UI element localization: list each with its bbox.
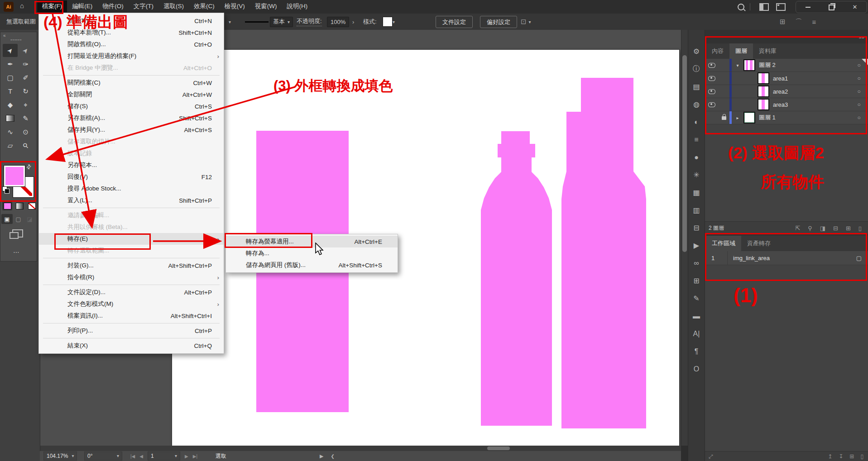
artboard-icon[interactable]: ▢ — [856, 255, 862, 261]
expand-icon[interactable]: ▾ — [732, 63, 743, 68]
selection-tool[interactable]: ➤ — [3, 44, 18, 57]
打開最近使用過的檔案(F)[interactable]: 打開最近使用過的檔案(F) › — [39, 50, 224, 62]
共用以供審核 (Beta)...[interactable]: 共用以供審核 (Beta)... › — [39, 221, 224, 233]
target-circle-icon[interactable]: ○ — [850, 88, 868, 95]
target-circle-icon[interactable]: ○ — [850, 62, 868, 68]
next-artboard-button[interactable]: ▶ — [185, 454, 188, 459]
shape-builder-tool[interactable]: ⊙ — [18, 125, 33, 138]
layer-thumbnail[interactable] — [758, 72, 769, 84]
圖層[interactable]: 圖層 — [729, 43, 753, 59]
selection-options-icon[interactable]: ⊡ — [521, 18, 527, 26]
搜尋 Adobe Stock...[interactable]: 搜尋 Adobe Stock... › — [39, 183, 224, 195]
control-panel-menu-icon[interactable]: ≡ — [812, 18, 816, 26]
轉存選取範圍...[interactable]: 轉存選取範圍... › — [39, 245, 224, 257]
另存新檔(A)...[interactable]: 另存新檔(A)... Shift+Ctrl+S › — [39, 112, 224, 124]
rotate-tool[interactable]: ↻ — [18, 85, 33, 98]
horizontal-scrollbar[interactable] — [40, 446, 681, 451]
close-button[interactable]: ✕ — [843, 1, 867, 13]
draw-normal-icon[interactable]: ▣ — [1, 214, 13, 224]
在 Bridge 中瀏覽...[interactable]: 在 Bridge 中瀏覽... Alt+Ctrl+O › — [39, 62, 224, 74]
document-info-icon[interactable]: ▤ — [688, 78, 705, 95]
關閉檔案(C)[interactable]: 關閉檔案(C) Ctrl+W › — [39, 77, 224, 89]
delete-layer-icon[interactable]: ▯ — [858, 225, 862, 232]
snap-options-icon[interactable]: ⌒ — [796, 18, 802, 26]
儲存選取的切片...[interactable]: 儲存選取的切片... › — [39, 136, 224, 147]
eraser-tool[interactable]: ◆ — [3, 98, 18, 111]
graph-icon[interactable]: ▥ — [688, 201, 705, 219]
magenta-bottle-shape-right[interactable] — [561, 78, 646, 428]
文字(T)[interactable]: 文字(T) — [129, 0, 158, 12]
圖層 1[interactable]: ▸ 圖層 1 ○ — [705, 111, 868, 124]
opacity-label[interactable]: 不透明度: — [297, 17, 322, 26]
document-setup-button[interactable]: 文件設定 — [436, 16, 473, 28]
move-up-icon[interactable]: ↥ — [828, 453, 832, 460]
minimize-button[interactable] — [796, 1, 820, 13]
target-circle-icon[interactable]: ○ — [850, 114, 868, 121]
檔案資訊(I)...[interactable]: 檔案資訊(I)... Alt+Shift+Ctrl+I › — [39, 310, 224, 322]
從範本新增(T)...[interactable]: 從範本新增(T)... Shift+Ctrl+N › — [39, 27, 224, 38]
物件(O)[interactable]: 物件(O) — [97, 0, 129, 12]
編輯(E)[interactable]: 編輯(E) — [67, 0, 97, 12]
資產轉存[interactable]: 資產轉存 — [741, 236, 777, 251]
collect-for-export-icon[interactable]: ⇱ — [795, 225, 800, 232]
轉存(E)[interactable]: 轉存(E) › — [39, 233, 224, 245]
asset-export-icon[interactable]: ⊞ — [688, 272, 705, 290]
swatches-icon[interactable]: ● — [688, 148, 705, 166]
說明(H)[interactable]: 說明(H) — [282, 0, 312, 12]
layer-thumbnail[interactable] — [743, 59, 755, 71]
gear-icon[interactable]: ⚙ — [688, 43, 705, 60]
home-icon[interactable]: ⌂ — [20, 2, 24, 10]
appearance-icon[interactable]: ✎ — [688, 290, 705, 307]
visibility-toggle[interactable] — [705, 102, 719, 107]
style-swatch[interactable] — [383, 17, 393, 27]
target-circle-icon[interactable]: ○ — [850, 101, 868, 108]
collapse-panels-icon[interactable]: »» — [859, 34, 864, 40]
screen-mode-icon[interactable] — [12, 229, 23, 238]
pen-tool[interactable]: ✒ — [3, 57, 18, 71]
brushes-icon[interactable]: ✳ — [688, 166, 705, 184]
儲存拷貝(Y)...[interactable]: 儲存拷貝(Y)... Alt+Ctrl+S › — [39, 124, 224, 136]
paragraph-icon[interactable]: ¶ — [688, 342, 705, 360]
儲存為網頁用 (舊版)...[interactable]: 儲存為網頁用 (舊版)... Alt+Shift+Ctrl+S — [226, 259, 398, 271]
選取(S)[interactable]: 選取(S) — [158, 0, 189, 12]
結束(X)[interactable]: 結束(X) Ctrl+Q › — [39, 340, 224, 352]
type-tool[interactable]: T — [3, 85, 18, 98]
layer-name[interactable]: area2 — [773, 88, 850, 95]
new-layer-icon[interactable]: ⊞ — [846, 225, 851, 232]
新增(N)...[interactable]: 新增(N)... Ctrl+N › — [39, 15, 224, 27]
內容[interactable]: 內容 — [706, 43, 729, 59]
color-button[interactable] — [2, 201, 12, 210]
opacity-more-button[interactable]: › — [352, 19, 354, 25]
workspace-switcher-icon[interactable] — [776, 3, 786, 11]
效果(C)[interactable]: 效果(C) — [189, 0, 220, 12]
文件色彩模式(M)[interactable]: 文件色彩模式(M) › — [39, 298, 224, 310]
opentype-icon[interactable]: O — [688, 360, 705, 378]
links-icon[interactable]: ∞ — [688, 254, 705, 272]
area2[interactable]: area2 ○ — [705, 85, 868, 98]
gradient-tool[interactable] — [3, 112, 18, 125]
layer-thumbnail[interactable] — [743, 112, 755, 124]
gradient-button[interactable] — [14, 201, 24, 210]
開啟舊檔(O)...[interactable]: 開啟舊檔(O)... Ctrl+O › — [39, 38, 224, 50]
版本記錄[interactable]: 版本記錄 › — [39, 147, 224, 159]
vertical-scrollbar[interactable] — [681, 30, 688, 446]
menu-lines-icon[interactable]: ≡ — [688, 131, 705, 148]
artboard-row[interactable]: 1 img_link_area ▢ — [705, 251, 868, 265]
儲存(S)[interactable]: 儲存(S) Ctrl+S › — [39, 100, 224, 112]
回復(V)[interactable]: 回復(V) F12 › — [39, 171, 224, 183]
另存範本...[interactable]: 另存範本... › — [39, 159, 224, 171]
curvature-tool[interactable]: ✑ — [18, 57, 33, 71]
zoom-tool[interactable]: ⚲ — [18, 139, 33, 152]
default-fill-stroke-icon[interactable] — [2, 186, 10, 194]
arrange-grid-icon[interactable]: ⊞ — [780, 18, 786, 26]
檢視(V)[interactable]: 檢視(V) — [220, 0, 250, 12]
locate-object-icon[interactable]: ⚲ — [808, 225, 812, 232]
libraries-icon[interactable]: ◍ — [688, 95, 705, 113]
指令檔(R)[interactable]: 指令檔(R) › — [39, 271, 224, 283]
magic-wand-tool[interactable]: ⌖ — [18, 98, 33, 111]
layer-thumbnail[interactable] — [758, 99, 769, 110]
search-icon[interactable] — [738, 4, 744, 10]
工作區域[interactable]: 工作區域 — [706, 236, 741, 251]
列印(P)...[interactable]: 列印(P)... Ctrl+P › — [39, 325, 224, 337]
new-artboard-icon[interactable]: ⊞ — [849, 453, 854, 460]
